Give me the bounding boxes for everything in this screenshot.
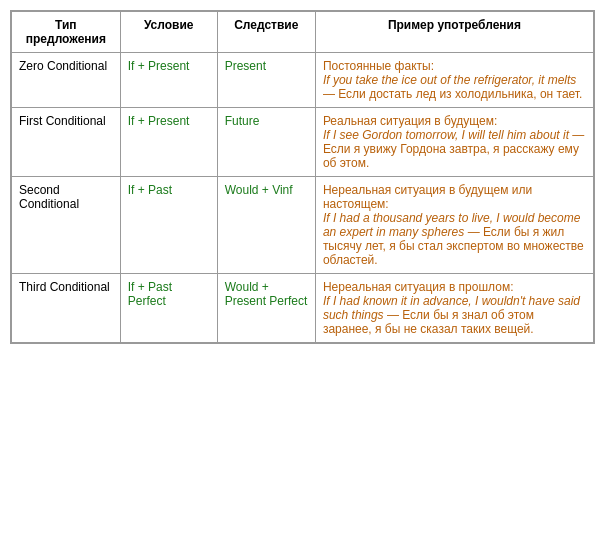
example-title: Нереальная ситуация в будущем или настоя… (323, 183, 532, 211)
cell-consequence: Present (217, 53, 315, 108)
cell-type: First Conditional (12, 108, 121, 177)
example-title: Нереальная ситуация в прошлом: (323, 280, 514, 294)
cell-example: Постоянные факты:If you take the ice out… (315, 53, 593, 108)
cell-type: Second Conditional (12, 177, 121, 274)
table-row: Third ConditionalIf + Past PerfectWould … (12, 274, 594, 343)
example-dash: — (464, 225, 483, 239)
conditional-table: Тип предложения Условие Следствие Пример… (10, 10, 595, 344)
example-italic: If I see Gordon tomorrow, I will tell hi… (323, 128, 569, 142)
header-type: Тип предложения (12, 12, 121, 53)
cell-consequence: Future (217, 108, 315, 177)
cell-type: Third Conditional (12, 274, 121, 343)
cell-condition: If + Present (120, 108, 217, 177)
header-condition: Условие (120, 12, 217, 53)
cell-condition: If + Present (120, 53, 217, 108)
cell-condition: If + Past (120, 177, 217, 274)
header-consequence: Следствие (217, 12, 315, 53)
cell-example: Реальная ситуация в будущем:If I see Gor… (315, 108, 593, 177)
example-russian: Если я увижу Гордона завтра, я расскажу … (323, 142, 579, 170)
cell-condition: If + Past Perfect (120, 274, 217, 343)
cell-example: Нереальная ситуация в будущем или настоя… (315, 177, 593, 274)
example-title: Реальная ситуация в будущем: (323, 114, 497, 128)
example-italic: If you take the ice out of the refrigera… (323, 73, 576, 87)
table-row: Zero ConditionalIf + PresentPresentПосто… (12, 53, 594, 108)
example-dash: — (323, 87, 338, 101)
table-row: Second ConditionalIf + PastWould + VinfН… (12, 177, 594, 274)
cell-consequence: Would + Present Perfect (217, 274, 315, 343)
header-example: Пример употребления (315, 12, 593, 53)
example-dash: — (384, 308, 403, 322)
example-dash: — (569, 128, 584, 142)
table-row: First ConditionalIf + PresentFutureРеаль… (12, 108, 594, 177)
example-russian: Если достать лед из холодильника, он тае… (338, 87, 582, 101)
example-title: Постоянные факты: (323, 59, 434, 73)
cell-example: Нереальная ситуация в прошлом:If I had k… (315, 274, 593, 343)
cell-consequence: Would + Vinf (217, 177, 315, 274)
cell-type: Zero Conditional (12, 53, 121, 108)
